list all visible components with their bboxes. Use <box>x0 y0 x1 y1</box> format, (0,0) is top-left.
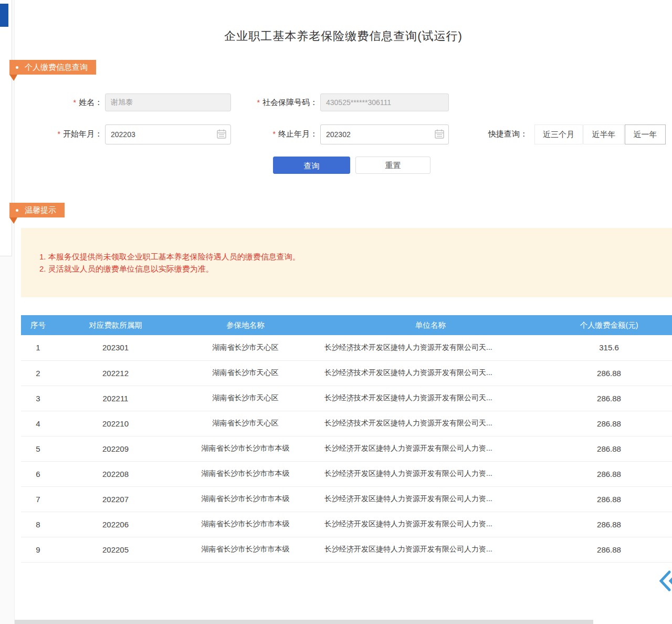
table-cell: 湖南省长沙市长沙市市本级 <box>176 436 315 461</box>
table-cell: 长沙经济技术开发区捷特人力资源开发有限公司天... <box>315 335 546 360</box>
bottom-strip <box>15 620 593 624</box>
start-month-input[interactable] <box>105 124 231 144</box>
table-cell: 1 <box>21 335 55 360</box>
name-label: *姓名： <box>21 98 102 108</box>
table-cell: 湖南省长沙市天心区 <box>176 335 315 360</box>
table-cell: 286.88 <box>546 486 672 512</box>
ssn-label: *社会保障号码： <box>226 98 318 108</box>
table-cell: 8 <box>21 512 55 537</box>
name-input <box>105 93 231 111</box>
query-button[interactable]: 查询 <box>273 157 350 174</box>
table-cell: 286.88 <box>546 411 672 436</box>
table-cell: 202211 <box>55 386 176 411</box>
section-badge-personal-payment-query: 个人缴费信息查询 <box>9 60 96 75</box>
table-header-row: 序号 对应费款所属期 参保地名称 单位名称 个人缴费金额(元) <box>21 315 672 335</box>
start-month-field[interactable] <box>105 124 231 144</box>
table-row: 9202205湖南省长沙市长沙市市本级长沙经济开发区捷特人力资源开发有限公司人力… <box>21 537 672 562</box>
section-badge-label: 温馨提示 <box>25 203 56 217</box>
table-cell: 湖南省长沙市长沙市市本级 <box>176 537 315 562</box>
table-cell: 长沙经济技术开发区捷特人力资源开发有限公司天... <box>315 411 546 436</box>
reset-button[interactable]: 重置 <box>355 157 430 174</box>
table-row: 8202206湖南省长沙市长沙市市本级长沙经济开发区捷特人力资源开发有限公司人力… <box>21 512 672 537</box>
table-cell: 湖南省长沙市长沙市市本级 <box>176 486 315 512</box>
end-month-label: *终止年月： <box>226 129 318 139</box>
table-row: 5202209湖南省长沙市长沙市市本级长沙经济开发区捷特人力资源开发有限公司人力… <box>21 436 672 461</box>
table-cell: 湖南省长沙市长沙市市本级 <box>176 512 315 537</box>
required-asterisk: * <box>58 130 60 138</box>
table-cell: 长沙经济技术开发区捷特人力资源开发有限公司天... <box>315 386 546 411</box>
header-period: 对应费款所属期 <box>55 315 176 335</box>
header-seq: 序号 <box>21 315 55 335</box>
table-cell: 202207 <box>55 486 176 512</box>
table-cell: 286.88 <box>546 436 672 461</box>
table-cell: 202210 <box>55 411 176 436</box>
table-cell: 长沙经济技术开发区捷特人力资源开发有限公司天... <box>315 360 546 386</box>
header-insured-place: 参保地名称 <box>176 315 315 335</box>
start-month-label: *开始年月： <box>21 129 102 139</box>
payment-results-table: 序号 对应费款所属期 参保地名称 单位名称 个人缴费金额(元) 1202301湖… <box>21 315 672 563</box>
table-header: 序号 对应费款所属期 参保地名称 单位名称 个人缴费金额(元) <box>21 315 672 335</box>
quick-query-last-year-button[interactable]: 近一年 <box>625 124 666 144</box>
table-cell: 202301 <box>55 335 176 360</box>
table-cell: 202209 <box>55 436 176 461</box>
table-cell: 长沙经济开发区捷特人力资源开发有限公司人力资... <box>315 436 546 461</box>
table-cell: 286.88 <box>546 512 672 537</box>
table-cell: 3 <box>21 386 55 411</box>
table-cell: 315.6 <box>546 335 672 360</box>
table-row: 1202301湖南省长沙市天心区长沙经济技术开发区捷特人力资源开发有限公司天..… <box>21 335 672 360</box>
required-asterisk: * <box>273 130 276 138</box>
header-amount: 个人缴费金额(元) <box>546 315 672 335</box>
table-cell: 长沙经济开发区捷特人力资源开发有限公司人力资... <box>315 461 546 486</box>
bullet-dot-icon <box>16 66 18 69</box>
table-cell: 5 <box>21 436 55 461</box>
table-cell: 286.88 <box>546 461 672 486</box>
calendar-icon[interactable] <box>434 129 445 139</box>
table-cell: 湖南省长沙市天心区 <box>176 360 315 386</box>
section-badge-tips: 温馨提示 <box>9 203 65 217</box>
tips-notice-box: 1. 本服务仅提供尚未领取企业职工基本养老保险待遇人员的缴费信息查询。 2. 灵… <box>21 228 672 297</box>
table-cell: 长沙经济开发区捷特人力资源开发有限公司人力资... <box>315 512 546 537</box>
calendar-icon[interactable] <box>216 129 227 139</box>
tips-line-2: 2. 灵活就业人员的缴费单位信息以实际缴费为准。 <box>39 263 672 275</box>
required-asterisk: * <box>257 98 260 107</box>
table-row: 3202211湖南省长沙市天心区长沙经济技术开发区捷特人力资源开发有限公司天..… <box>21 386 672 411</box>
table-cell: 9 <box>21 537 55 562</box>
bullet-dot-icon <box>16 209 18 212</box>
table-cell: 286.88 <box>546 360 672 386</box>
table-body: 1202301湖南省长沙市天心区长沙经济技术开发区捷特人力资源开发有限公司天..… <box>21 335 672 562</box>
quick-query-last-half-year-button[interactable]: 近半年 <box>583 124 624 144</box>
table-row: 6202208湖南省长沙市长沙市市本级长沙经济开发区捷特人力资源开发有限公司人力… <box>21 461 672 486</box>
table-cell: 长沙经济开发区捷特人力资源开发有限公司人力资... <box>315 486 546 512</box>
table-cell: 7 <box>21 486 55 512</box>
page-title: 企业职工基本养老保险缴费信息查询(试运行) <box>15 28 672 44</box>
table-cell: 202212 <box>55 360 176 386</box>
section-badge-label: 个人缴费信息查询 <box>25 60 88 75</box>
table-cell: 6 <box>21 461 55 486</box>
table-cell: 湖南省长沙市长沙市市本级 <box>176 461 315 486</box>
table-row: 4202210湖南省长沙市天心区长沙经济技术开发区捷特人力资源开发有限公司天..… <box>21 411 672 436</box>
quick-query-label: 快捷查询： <box>488 129 528 139</box>
table-cell: 4 <box>21 411 55 436</box>
end-month-input[interactable] <box>320 124 449 144</box>
table-cell: 2 <box>21 360 55 386</box>
table-cell: 湖南省长沙市天心区 <box>176 386 315 411</box>
tips-line-1: 1. 本服务仅提供尚未领取企业职工基本养老保险待遇人员的缴费信息查询。 <box>39 251 672 263</box>
table-row: 2202212湖南省长沙市天心区长沙经济技术开发区捷特人力资源开发有限公司天..… <box>21 360 672 386</box>
required-asterisk: * <box>74 98 76 107</box>
double-chevron-left-icon[interactable] <box>658 568 672 594</box>
table-cell: 286.88 <box>546 386 672 411</box>
table-cell: 202205 <box>55 537 176 562</box>
table-cell: 长沙经济开发区捷特人力资源开发有限公司人力资... <box>315 537 546 562</box>
quick-query-last-3-months-button[interactable]: 近三个月 <box>534 124 583 144</box>
corner-accent-block <box>0 4 8 27</box>
header-employer: 单位名称 <box>315 315 546 335</box>
table-cell: 湖南省长沙市天心区 <box>176 411 315 436</box>
table-row: 7202207湖南省长沙市长沙市市本级长沙经济开发区捷特人力资源开发有限公司人力… <box>21 486 672 512</box>
table-cell: 286.88 <box>546 537 672 562</box>
ssn-input <box>320 93 449 111</box>
end-month-field[interactable] <box>320 124 449 144</box>
table-cell: 202208 <box>55 461 176 486</box>
table-cell: 202206 <box>55 512 176 537</box>
